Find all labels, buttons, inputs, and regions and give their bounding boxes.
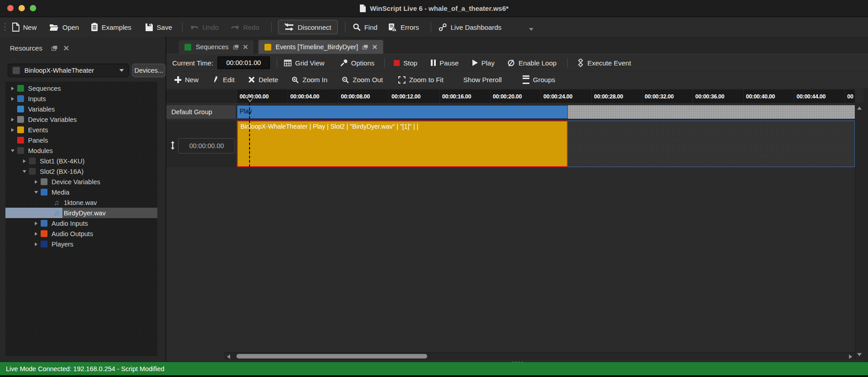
ruler-tick-label: 00:00:16.00	[439, 89, 490, 103]
close-tab-icon[interactable]	[243, 45, 248, 49]
pause-button[interactable]: Pause	[431, 59, 459, 67]
execute-event-button[interactable]: Execute Event	[578, 59, 631, 67]
playhead-marker[interactable]	[246, 97, 254, 102]
zoom-out-button[interactable]: Zoom Out	[342, 76, 383, 84]
float-tab-icon[interactable]	[363, 45, 368, 50]
expand-arrow-icon[interactable]	[33, 180, 40, 184]
toolbar-overflow-chevron-icon[interactable]	[529, 28, 533, 31]
new-button[interactable]: New	[12, 23, 37, 32]
toolbar-separator	[182, 22, 183, 33]
tab-strip: Sequences Events [Timeline_BirdyDyer]	[166, 40, 383, 54]
ruler-tick-label: 00	[844, 89, 855, 103]
tree-item-media[interactable]: Media	[5, 187, 157, 197]
group-lane[interactable]: Play	[237, 105, 855, 119]
tree-item-inputs[interactable]: Inputs	[5, 93, 157, 104]
collapse-arrow-icon[interactable]	[33, 191, 40, 194]
tree-item-events[interactable]: Events	[5, 125, 157, 135]
tree-item-audio-outputs[interactable]: Audio Outputs	[5, 228, 157, 239]
scroll-up-arrow-icon[interactable]	[857, 107, 862, 110]
play-button[interactable]: Play	[472, 59, 495, 67]
tree-item-variables[interactable]: Variables	[5, 104, 157, 114]
redo-button[interactable]: Redo	[231, 23, 259, 31]
enable-loop-button[interactable]: Enable Loop	[507, 59, 557, 67]
device-selector-dropdown[interactable]: BinloopX-WhaleTheater	[8, 64, 129, 77]
options-button[interactable]: Options	[340, 59, 375, 67]
collapse-arrow-icon[interactable]	[9, 149, 16, 152]
float-tab-icon[interactable]	[233, 45, 239, 50]
tab-events-timeline-birdydyer[interactable]: Events [Timeline_BirdyDyer]	[258, 40, 383, 54]
ruler-tick-label: 00:00:28.00	[591, 89, 642, 103]
group-play-bar[interactable]: Play	[237, 105, 568, 119]
horizontal-scrollbar[interactable]	[224, 352, 855, 360]
expand-arrow-icon[interactable]	[9, 87, 16, 90]
tree-item-label: Inputs	[28, 95, 46, 102]
errors-button[interactable]: Errors	[388, 23, 419, 32]
tree-item-panels[interactable]: Panels	[5, 135, 157, 145]
grid-view-button[interactable]: Grid View	[284, 59, 325, 67]
tree-item-players[interactable]: Players	[5, 239, 157, 249]
variables-icon	[17, 106, 24, 112]
zoom-to-fit-button[interactable]: Zoom to Fit	[398, 76, 443, 84]
expand-arrow-icon[interactable]	[21, 159, 28, 163]
tab-label: Sequences	[196, 43, 229, 51]
find-button[interactable]: Find	[353, 23, 377, 31]
examples-button[interactable]: Examples	[91, 23, 132, 32]
expand-arrow-icon[interactable]	[33, 232, 40, 236]
toolbar-separator	[567, 58, 568, 68]
tree-item-1ktone-wav[interactable]: ♫1ktone.wav	[5, 197, 157, 208]
scroll-left-arrow-icon[interactable]	[227, 354, 230, 359]
tab-sequences[interactable]: Sequences	[178, 40, 254, 54]
live-dashboards-button[interactable]: Live Dashboards	[439, 23, 502, 32]
close-panel-icon[interactable]	[64, 46, 69, 51]
save-button[interactable]: Save	[145, 23, 172, 32]
vertical-scrollbar[interactable]	[855, 103, 863, 360]
ruler-tick-label: 00:00:32.00	[642, 89, 693, 103]
event-bar-birdydyer[interactable]: BinloopX-WhaleTheater | Play | Slot2 | "…	[237, 121, 568, 167]
tree-item-slot1[interactable]: Slot1 (BX-4KU)	[5, 156, 157, 166]
playhead-line[interactable]	[249, 103, 250, 167]
new-event-button[interactable]: New	[175, 76, 198, 84]
undo-button[interactable]: Undo	[190, 23, 219, 31]
tree-item-label: Device Variables	[52, 178, 100, 186]
scroll-right-arrow-icon[interactable]	[849, 354, 852, 359]
event-lane[interactable]: BinloopX-WhaleTheater | Play | Slot2 | "…	[237, 121, 855, 167]
expand-arrow-icon[interactable]	[33, 242, 40, 246]
delete-event-button[interactable]: Delete	[248, 76, 278, 84]
tree-item-slot2[interactable]: Slot2 (BX-16A)	[5, 166, 157, 177]
toolbar-grip-handle[interactable]	[4, 22, 6, 32]
event-row-header[interactable]: 00:00:00.00	[166, 121, 236, 167]
tree-item-slot2-device-variables[interactable]: Device Variables	[5, 177, 157, 187]
close-tab-icon[interactable]	[373, 45, 377, 49]
wrench-icon	[340, 59, 348, 67]
event-time-label: 00:00:00.00	[189, 142, 224, 149]
tree-item-label: Media	[52, 189, 70, 196]
horizontal-scrollbar-thumb[interactable]	[236, 354, 427, 358]
show-preroll-button[interactable]: Show Preroll	[463, 76, 502, 84]
tree-item-birdydyer-wav[interactable]: ♫BirdyDyer.wav	[5, 208, 157, 218]
disconnect-button[interactable]: Disconnect	[278, 20, 338, 34]
current-time-input[interactable]	[217, 56, 270, 69]
ruler-tick-label: 00:00:24.00	[541, 89, 591, 103]
tree-item-device-variables[interactable]: Device Variables	[5, 114, 157, 125]
tree-item-audio-inputs[interactable]: Audio Inputs	[5, 218, 157, 228]
float-panel-icon[interactable]	[52, 46, 57, 51]
event-time-box[interactable]: 00:00:00.00	[178, 138, 235, 154]
expand-arrow-icon[interactable]	[33, 222, 40, 225]
scroll-down-arrow-icon[interactable]	[857, 353, 862, 356]
timeline-ruler[interactable]: 00:00:00.00 00:00:04.00 00:00:08.00 00:0…	[237, 89, 855, 103]
expand-arrow-icon[interactable]	[9, 128, 16, 132]
stop-button[interactable]: Stop	[394, 59, 417, 67]
collapse-arrow-icon[interactable]	[21, 170, 28, 173]
expand-arrow-icon[interactable]	[9, 118, 16, 121]
open-button[interactable]: Open	[49, 23, 79, 31]
row-reorder-icon[interactable]	[170, 141, 175, 150]
zoom-in-button[interactable]: Zoom In	[292, 76, 327, 84]
group-header-cell[interactable]: Default Group	[166, 105, 236, 119]
edit-toolbar: New Edit Delete Zoom In Zoom Out Zoom to…	[166, 71, 868, 88]
devices-button[interactable]: Devices...	[132, 64, 165, 77]
tree-item-modules[interactable]: Modules	[5, 145, 157, 156]
groups-button[interactable]: Groups	[523, 75, 555, 84]
tree-item-sequences[interactable]: Sequences	[5, 83, 157, 93]
edit-event-button[interactable]: Edit	[214, 76, 235, 84]
expand-arrow-icon[interactable]	[9, 97, 16, 101]
